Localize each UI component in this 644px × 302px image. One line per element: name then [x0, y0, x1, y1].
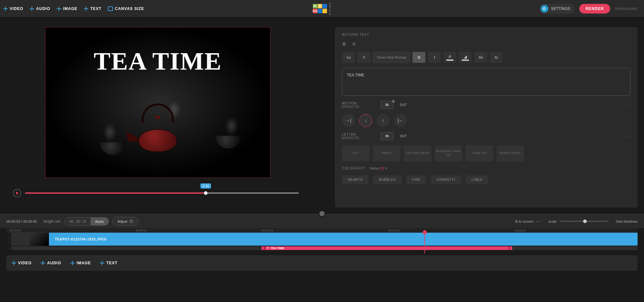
- motion-direction-group: →| ↓ ↑ |←: [342, 114, 630, 127]
- track-lane[interactable]: TEAPOT-6123746-1920.JPEG: [11, 233, 638, 246]
- highlight-color-button[interactable]: ◢: [459, 52, 472, 63]
- font-family-select[interactable]: Times New Roman: [373, 52, 410, 63]
- canvas-size-icon: [108, 6, 113, 11]
- track-drag-handle[interactable]: ⋮⋮: [6, 238, 11, 241]
- properties-panel: ACTIONS TEXT 🗑 ⧉ Aa ≡ Times New Roman B …: [335, 27, 638, 208]
- bold-button[interactable]: B: [412, 52, 425, 63]
- delete-icon[interactable]: 🗑: [342, 42, 346, 47]
- timeline-ruler[interactable]: 00:00:00 00:00:01 00:00:02 00:00:03 00:0…: [6, 228, 638, 233]
- add-video-button-tl[interactable]: VIDEO: [12, 261, 32, 265]
- css-effect-label: CSS EFFECT: [342, 167, 365, 170]
- letter-effect-tiles: FLY PRINT LETTER DROP RANDOM FADE UP FAD…: [342, 145, 630, 161]
- css-history[interactable]: history (0) ✎: [370, 167, 387, 170]
- add-audio-button[interactable]: AUDIO: [30, 6, 50, 11]
- motion-down-button[interactable]: ↓: [359, 114, 372, 127]
- add-image-button[interactable]: IMAGE: [57, 6, 77, 11]
- canvas-size-label: CANVAS SIZE: [115, 6, 144, 11]
- teapot-graphic: [129, 116, 187, 152]
- add-text-button-tl[interactable]: TEXT: [100, 261, 118, 265]
- css-chip-lines[interactable]: LINES: [466, 175, 488, 184]
- shadow-button[interactable]: Sh: [474, 52, 487, 63]
- add-audio-button-tl[interactable]: AUDIO: [41, 261, 61, 265]
- add-video-label: VIDEO: [10, 6, 23, 11]
- render-button[interactable]: RENDER: [579, 4, 611, 14]
- preview-column: TEA TIME 3.31: [0, 17, 335, 214]
- effect-tile-fade-on[interactable]: FADE ON: [466, 145, 493, 161]
- seek-progress: [25, 192, 206, 194]
- add-text-label: TEXT: [90, 6, 101, 11]
- css-chip-confetti[interactable]: CONFETTI: [431, 175, 461, 184]
- clip-handle-right[interactable]: [509, 247, 510, 250]
- next-icon[interactable]: ›: [629, 134, 630, 138]
- motion-left-button[interactable]: |←: [394, 114, 407, 127]
- seek-knob[interactable]: [204, 191, 208, 195]
- plus-icon: [70, 261, 75, 265]
- clear-icon[interactable]: ⊘: [391, 99, 395, 103]
- scale-slider[interactable]: [560, 221, 608, 222]
- italic-button[interactable]: I: [428, 52, 441, 63]
- prev-icon[interactable]: ‹: [626, 103, 627, 107]
- track-drag-handle[interactable]: ⋮⋮: [6, 247, 11, 249]
- add-text-button[interactable]: TEXT: [84, 6, 101, 11]
- playhead-marker-icon: [423, 230, 427, 234]
- hide-timelines-button[interactable]: hide timelines: [616, 219, 638, 223]
- track-lane[interactable]: T TEA TIME: [11, 246, 638, 250]
- length-set-group: length set: Apply Adjusti: [43, 217, 139, 226]
- text-clip[interactable]: T TEA TIME: [261, 246, 512, 250]
- length-set-label: length set:: [43, 219, 61, 224]
- letter-effects-header: LETTER EFFECTS: IN OUT ‹›: [342, 132, 630, 140]
- play-button[interactable]: [13, 189, 21, 197]
- length-input-pill: Apply: [64, 217, 109, 226]
- length-input[interactable]: [65, 218, 90, 225]
- motion-up-button[interactable]: ↑: [377, 114, 390, 127]
- user-label[interactable]: Administrator: [615, 6, 638, 11]
- canvas-size-button[interactable]: CANVAS SIZE: [108, 6, 144, 11]
- motion-right-button[interactable]: →|: [342, 114, 355, 127]
- ruler-tick: 00:00:02: [262, 229, 273, 232]
- stroke-button[interactable]: St: [490, 52, 503, 63]
- clip-handle-left[interactable]: [264, 247, 265, 250]
- scale-knob[interactable]: [583, 219, 587, 223]
- add-image-label: IMAGE: [63, 6, 77, 11]
- resize-handle[interactable]: [318, 210, 326, 217]
- seek-slider[interactable]: 3.31: [25, 192, 299, 194]
- add-video-button[interactable]: VIDEO: [3, 6, 23, 11]
- text-color-button[interactable]: A: [443, 52, 456, 63]
- settings-button[interactable]: ⚙ SETTINGS: [539, 4, 575, 14]
- motion-in-tab[interactable]: IN⊘: [381, 101, 393, 109]
- css-chip-hearts[interactable]: HEARTS: [342, 175, 368, 184]
- letter-effects-label: LETTER EFFECTS:: [342, 133, 374, 140]
- add-image-button-tl[interactable]: IMAGE: [70, 261, 91, 265]
- css-chip-bubbles[interactable]: BUBBLES: [373, 175, 402, 184]
- text-case-button[interactable]: Aa: [342, 52, 355, 63]
- fit-to-screen-button[interactable]: fit to screen →·←: [515, 219, 541, 223]
- text-content-input[interactable]: [342, 68, 630, 96]
- image-clip[interactable]: TEAPOT-6123746-1920.JPEG: [30, 233, 638, 246]
- canvas-preview[interactable]: TEA TIME: [45, 27, 270, 178]
- track-row-text: ⋮⋮ T TEA TIME: [6, 246, 638, 251]
- plus-icon: [30, 6, 34, 11]
- info-icon: i: [129, 219, 133, 223]
- letter-in-tab[interactable]: IN: [381, 132, 393, 140]
- effect-tile-print[interactable]: PRINT: [373, 145, 401, 161]
- effect-tile-letter-drop[interactable]: LETTER DROP: [404, 145, 431, 161]
- ruler-tick: 00:00:04: [515, 229, 526, 232]
- prev-icon[interactable]: ‹: [626, 134, 627, 138]
- text-clip-icon: T: [267, 247, 269, 250]
- canvas-text-element[interactable]: TEA TIME: [45, 47, 270, 76]
- css-chip-fire[interactable]: FIRE: [406, 175, 427, 184]
- duplicate-icon[interactable]: ⧉: [353, 42, 355, 47]
- add-text-label: TEXT: [106, 261, 118, 265]
- letter-out-tab[interactable]: OUT: [400, 134, 407, 138]
- pencil-icon: ✎: [385, 167, 387, 170]
- effect-tile-fly[interactable]: FLY: [342, 145, 370, 161]
- next-icon[interactable]: ›: [629, 103, 630, 107]
- adjust-button[interactable]: Adjusti: [112, 217, 139, 226]
- effect-tile-random-fade-up[interactable]: RANDOM FADE UP: [435, 145, 462, 161]
- effect-tile-word-drop[interactable]: WORD DROP: [497, 145, 524, 161]
- motion-out-tab[interactable]: OUT: [400, 103, 407, 107]
- text-align-button[interactable]: ≡: [357, 52, 370, 63]
- apply-button[interactable]: Apply: [90, 218, 109, 225]
- main-area: TEA TIME 3.31 ACTIONS TEXT 🗑 ⧉ Aa ≡ Time…: [0, 17, 644, 214]
- paint-bucket-icon: ◢: [464, 54, 467, 59]
